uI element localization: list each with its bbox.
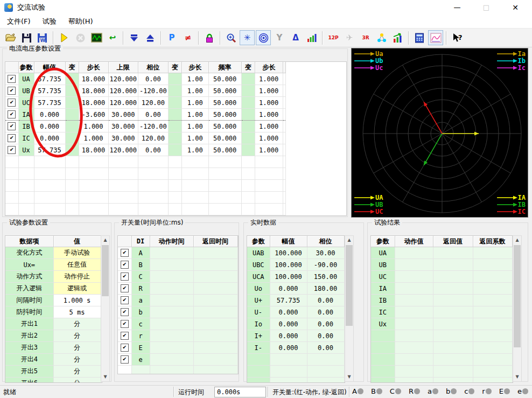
scrollbar-thumb[interactable] <box>102 245 109 296</box>
realtime-scrollbar[interactable]: ▲ ▼ <box>345 235 354 382</box>
zoom-icon[interactable] <box>223 30 239 45</box>
param-value-cell[interactable] <box>65 85 79 97</box>
param-value-cell[interactable]: 50.000 <box>208 85 241 97</box>
scroll-down-button[interactable]: ▼ <box>101 373 109 381</box>
param-value-cell[interactable]: 50.000 <box>208 109 241 121</box>
step-down-icon[interactable] <box>127 30 142 45</box>
menu-item-test[interactable]: 试验 <box>37 15 62 28</box>
param-value-cell[interactable]: 1.00 <box>181 85 208 97</box>
param-value-cell[interactable]: 1.000 <box>79 132 108 144</box>
param-value-cell[interactable] <box>241 132 255 144</box>
scroll-up-button[interactable]: ▲ <box>345 236 353 245</box>
scroll-up-button[interactable]: ▲ <box>101 236 109 245</box>
param-value-cell[interactable]: 1.00 <box>181 121 208 132</box>
param-value-cell[interactable] <box>168 121 181 132</box>
harmonic-bars-icon[interactable] <box>304 30 319 45</box>
tp-value-cell[interactable]: 分 <box>53 330 101 342</box>
lock-icon[interactable] <box>202 30 217 45</box>
param-row-checkbox[interactable]: ✔ <box>5 73 18 85</box>
param-value-cell[interactable] <box>168 73 181 85</box>
tp-value-cell[interactable]: 分 <box>53 378 101 383</box>
param-value-cell[interactable] <box>65 121 79 132</box>
param-value-cell[interactable]: 1.000 <box>255 132 283 144</box>
sw-row-checkbox[interactable]: ✔ <box>118 271 131 283</box>
param-value-cell[interactable] <box>168 144 181 156</box>
results-scrollbar[interactable]: ▲ ▼ <box>513 235 522 382</box>
param-value-cell[interactable]: -120.00 <box>138 85 169 97</box>
param-row-checkbox[interactable]: ✔ <box>5 132 18 144</box>
param-value-cell[interactable] <box>241 109 255 121</box>
scroll-down-button[interactable]: ▼ <box>345 373 353 381</box>
param-value-cell[interactable]: 1.000 <box>255 85 283 97</box>
tp-value-cell[interactable]: 分 <box>53 342 101 354</box>
minimize-button[interactable]: — <box>448 0 466 15</box>
param-value-cell[interactable]: 120.00 <box>138 132 169 144</box>
scroll-down-button[interactable]: ▼ <box>513 373 521 381</box>
param-value-cell[interactable]: 50.000 <box>208 97 241 109</box>
vector-group-icon[interactable] <box>374 30 389 45</box>
trend-chart-icon[interactable] <box>390 30 405 45</box>
param-value-cell[interactable] <box>65 144 79 156</box>
param-value-cell[interactable]: 50.000 <box>208 121 241 132</box>
menu-item-file[interactable]: 文件(F) <box>1 15 37 28</box>
wye-connection-icon[interactable]: Y <box>272 30 287 45</box>
save-icon[interactable] <box>19 30 34 45</box>
param-value-cell[interactable]: 1.00 <box>181 109 208 121</box>
param-value-cell[interactable]: 120.00 <box>138 97 169 109</box>
param-value-cell[interactable] <box>241 73 255 85</box>
test-3r-icon[interactable]: 3R <box>358 30 373 45</box>
calculator-icon[interactable] <box>412 30 427 45</box>
param-value-cell[interactable]: 0.00 <box>138 109 169 121</box>
context-help-icon[interactable]: ? <box>450 30 465 45</box>
param-value-cell[interactable]: 0.00 <box>138 73 169 85</box>
tp-value-cell[interactable]: 5 ms <box>53 306 101 318</box>
param-row-checkbox[interactable]: ✔ <box>5 144 18 156</box>
param-value-cell[interactable]: 57.735 <box>34 85 65 97</box>
param-value-cell[interactable]: 0.000 <box>34 132 65 144</box>
undo-icon[interactable]: ↩ <box>105 30 120 45</box>
param-value-cell[interactable] <box>241 144 255 156</box>
tp-value-cell[interactable]: 手动试验 <box>53 247 101 259</box>
param-row-checkbox[interactable]: ✔ <box>5 121 18 132</box>
target-view-icon[interactable] <box>256 30 271 45</box>
tp-value-cell[interactable]: 分 <box>53 366 101 378</box>
param-value-cell[interactable]: 0.00 <box>138 144 169 156</box>
burst-view-icon[interactable]: ✳ <box>240 30 255 45</box>
param-value-cell[interactable]: 50.000 <box>208 73 241 85</box>
sw-row-checkbox[interactable]: ✔ <box>118 318 131 330</box>
sw-row-checkbox[interactable]: ✔ <box>118 259 131 271</box>
phase-mode-icon[interactable]: P <box>164 30 179 45</box>
param-value-cell[interactable]: 18.000 <box>79 85 108 97</box>
step-up-icon[interactable] <box>143 30 158 45</box>
test-12p-icon[interactable]: 12P <box>326 30 341 45</box>
open-file-icon[interactable] <box>3 30 18 45</box>
sw-row-checkbox[interactable]: ✔ <box>118 342 131 354</box>
param-value-cell[interactable]: 30.000 <box>108 109 138 121</box>
param-value-cell[interactable]: 50.000 <box>208 132 241 144</box>
tp-value-cell[interactable]: 分 <box>53 354 101 366</box>
param-row-checkbox[interactable]: ✔ <box>5 97 18 109</box>
start-test-icon[interactable] <box>57 30 72 45</box>
scrollbar-thumb[interactable] <box>514 245 521 347</box>
param-value-cell[interactable] <box>168 85 181 97</box>
param-value-cell[interactable]: 120.000 <box>108 85 138 97</box>
param-value-cell[interactable]: 1.00 <box>181 97 208 109</box>
param-value-cell[interactable]: 30.000 <box>108 121 138 132</box>
param-value-cell[interactable]: 18.000 <box>79 73 108 85</box>
scrollbar-thumb[interactable] <box>346 245 353 326</box>
param-value-cell[interactable]: 1.000 <box>255 121 283 132</box>
param-row-checkbox[interactable]: ✔ <box>5 109 18 121</box>
param-value-cell[interactable] <box>241 121 255 132</box>
waveform-display-icon[interactable] <box>89 30 104 45</box>
param-value-cell[interactable] <box>168 97 181 109</box>
param-value-cell[interactable] <box>65 73 79 85</box>
sw-row-checkbox[interactable]: ✔ <box>118 306 131 318</box>
param-value-cell[interactable]: 120.000 <box>108 97 138 109</box>
sw-row-checkbox[interactable]: ✔ <box>118 283 131 295</box>
sw-row-checkbox[interactable]: ✔ <box>118 247 131 259</box>
param-value-cell[interactable] <box>168 132 181 144</box>
param-value-cell[interactable]: 120.000 <box>108 73 138 85</box>
param-value-cell[interactable] <box>65 132 79 144</box>
param-value-cell[interactable]: 1.000 <box>255 109 283 121</box>
param-value-cell[interactable] <box>65 97 79 109</box>
